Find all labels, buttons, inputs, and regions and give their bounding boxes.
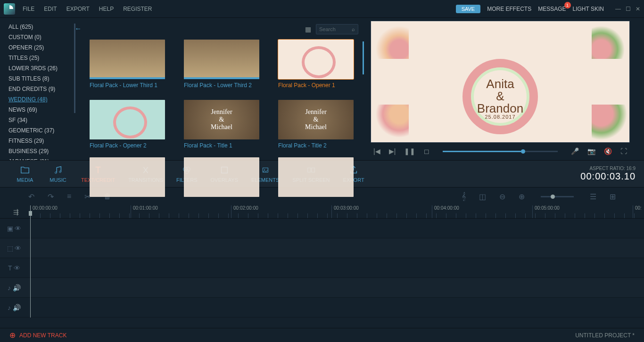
list-view-icon[interactable]: ☰ — [590, 192, 596, 201]
sidebar-item[interactable]: TITLES (25) — [8, 55, 80, 61]
zoom-out-button[interactable]: ⊖ — [499, 192, 505, 201]
sidebar-item[interactable]: ALL (625) — [8, 24, 80, 30]
thumb-label: Floral Pack - Lower Third 1 — [90, 82, 165, 89]
timeline: ⇶ 00:00:00:0000:01:00:0000:02:00:0000:03… — [0, 205, 644, 318]
tab-media[interactable]: MEDIA — [8, 165, 41, 183]
sidebar-item[interactable]: JAPANESE (31) — [8, 158, 80, 160]
sidebar-item[interactable]: SUB TITLES (8) — [8, 75, 80, 82]
light-skin-toggle[interactable]: LIGHT SKIN — [573, 6, 604, 12]
text-track[interactable] — [28, 258, 644, 277]
sidebar-item[interactable]: WEDDING (48) — [8, 96, 80, 103]
thumb-label: Floral Pack - Lower Third 2 — [184, 82, 259, 89]
menu-file[interactable]: FILE — [23, 6, 34, 12]
preview-date: 25.08.2017 — [371, 114, 629, 120]
thumb-label: Floral Pack - Opener 2 — [90, 142, 165, 149]
template-thumb[interactable]: Floral Pack - Lower Third 2 — [184, 40, 259, 89]
menu-edit[interactable]: EDIT — [44, 6, 57, 12]
add-track-button[interactable]: ⊕ ADD NEW TRACK — [9, 331, 66, 340]
preview-name1: Anita — [371, 78, 629, 90]
sidebar-item[interactable]: LOWER 3RDS (26) — [8, 65, 80, 72]
text-track-head[interactable]: T 👁 — [0, 258, 28, 277]
video-track-head[interactable]: ▣ 👁 — [0, 219, 28, 238]
zoom-in-button[interactable]: ⊕ — [519, 192, 525, 201]
audio2-track-head[interactable]: ♪ 🔊 — [0, 298, 28, 317]
plus-icon: ⊕ — [9, 331, 16, 340]
audio-track[interactable] — [28, 278, 644, 297]
grid-view-icon[interactable]: ▦ — [305, 25, 311, 33]
audio-track-head[interactable]: ♪ 🔊 — [0, 278, 28, 297]
sidebar-item[interactable]: SF (34) — [8, 117, 80, 123]
video-track[interactable] — [28, 219, 644, 238]
search-icon: ⌕ — [352, 26, 355, 32]
svg-point-1 — [59, 171, 61, 173]
thumb-label: Floral Pack - Opener 1 — [278, 82, 354, 89]
template-thumb[interactable]: Floral Pack - Title 1 — [184, 100, 259, 149]
pip-track-head[interactable]: ⬚ 👁 — [0, 238, 28, 258]
more-effects-link[interactable]: MORE EFFECTS — [487, 6, 531, 12]
main-menu: FILEEDITEXPORTHELPREGISTER — [23, 6, 152, 12]
project-name: UNTITLED PROJECT * — [575, 332, 635, 339]
tab-music[interactable]: MUSIC — [41, 165, 74, 183]
pip-track[interactable] — [28, 238, 644, 258]
category-sidebar: ← ALL (625)CUSTOM (0)OPENER (25)TITLES (… — [0, 18, 80, 160]
menu-help[interactable]: HELP — [99, 6, 114, 12]
stop-button[interactable]: ◻ — [424, 147, 429, 155]
undo-button[interactable]: ↶ — [28, 192, 34, 201]
preview-name2: Brandon — [371, 102, 629, 114]
edit-button[interactable]: ≡ — [67, 192, 71, 201]
menu-register[interactable]: REGISTER — [123, 6, 152, 12]
timecode: 00:00:03.10 — [580, 171, 636, 182]
footer: ⊕ ADD NEW TRACK UNTITLED PROJECT * — [0, 328, 644, 342]
preview-panel: Anita & Brandon 25.08.2017 |◀ ▶| ❚❚ ◻ 🎤 … — [368, 18, 644, 160]
template-grid: ▦ Search⌕ Floral Pack - Lower Third 1Flo… — [80, 18, 368, 160]
menubar: FILEEDITEXPORTHELPREGISTER SAVE MORE EFF… — [0, 0, 644, 18]
search-input[interactable]: Search⌕ — [316, 24, 358, 34]
marker-icon[interactable]: ◫ — [479, 192, 486, 201]
timeline-ruler[interactable]: ⇶ 00:00:00:0000:01:00:0000:02:00:0000:03… — [0, 205, 644, 219]
aspect-ratio-label: ASPECT RATIO: 16:9 — [580, 166, 636, 171]
message-link[interactable]: MESSAGE — [538, 6, 566, 12]
playhead[interactable] — [30, 205, 31, 318]
minimize-button[interactable]: — — [615, 6, 621, 12]
sidebar-item[interactable]: NEWS (69) — [8, 106, 80, 113]
sidebar-item[interactable]: OPENER (25) — [8, 44, 80, 51]
app-logo — [4, 3, 15, 15]
template-thumb[interactable]: Floral Pack - Opener 2 — [90, 100, 165, 149]
thumb-label: Floral Pack - Title 2 — [278, 142, 354, 149]
preview-amp: & — [371, 90, 629, 102]
mic-icon[interactable]: 🎤 — [571, 147, 579, 155]
thumb-label: Floral Pack - Title 1 — [184, 142, 259, 149]
sidebar-item[interactable]: GEOMETRIC (37) — [8, 127, 80, 134]
audio2-track[interactable] — [28, 298, 644, 317]
template-thumb[interactable]: Floral Pack - Lower Third 1 — [90, 40, 165, 89]
mixer-icon[interactable]: 𝄞 — [462, 192, 466, 201]
music-icon — [53, 165, 63, 175]
sidebar-item[interactable]: FITNESS (29) — [8, 138, 80, 144]
folder-icon — [20, 165, 30, 175]
grid-snap-icon[interactable]: ⊞ — [610, 192, 616, 201]
menu-export[interactable]: EXPORT — [66, 6, 90, 12]
sidebar-item[interactable]: CUSTOM (0) — [8, 34, 80, 41]
sidebar-scrollbar[interactable] — [74, 24, 75, 113]
maximize-button[interactable]: ☐ — [626, 6, 631, 12]
template-thumb[interactable]: Floral Pack - Title 2 — [278, 100, 354, 149]
template-thumb[interactable]: Floral Pack - Opener 1 — [278, 40, 354, 89]
ruler-head-icon: ⇶ — [13, 208, 19, 216]
sidebar-item[interactable]: END CREDITS (9) — [8, 86, 80, 92]
redo-button[interactable]: ↷ — [48, 192, 54, 201]
zoom-slider[interactable] — [541, 196, 574, 197]
save-button[interactable]: SAVE — [456, 5, 481, 13]
close-button[interactable]: ✕ — [636, 6, 640, 12]
progress-bar[interactable] — [443, 151, 558, 152]
sidebar-item[interactable]: BUSINESS (29) — [8, 148, 80, 155]
preview-canvas: Anita & Brandon 25.08.2017 — [371, 21, 630, 143]
